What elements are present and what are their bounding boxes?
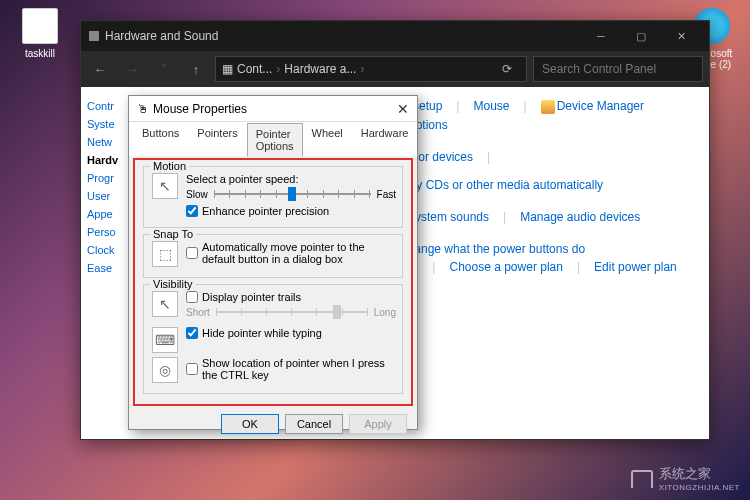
group-motion: Motion ↖ Select a pointer speed: Slow Fa… [143, 166, 403, 228]
sidebar-item-hardware[interactable]: Hardv [85, 151, 125, 169]
dialog-titlebar[interactable]: 🖱Mouse Properties ✕ [129, 96, 417, 122]
pointer-trails-icon: ↖ [152, 291, 178, 317]
dialog-buttons: OK Cancel Apply [129, 408, 417, 440]
ok-button[interactable]: OK [221, 414, 279, 434]
watermark: 系统之家 XITONGZHIJIA.NET [631, 465, 740, 492]
mouse-properties-dialog: 🖱Mouse Properties ✕ Buttons Pointers Poi… [128, 95, 418, 430]
tab-pointer-options[interactable]: Pointer Options [247, 123, 303, 157]
tab-pointers[interactable]: Pointers [188, 122, 246, 156]
ctrl-locate-checkbox[interactable]: Show location of pointer when I press th… [186, 357, 396, 381]
slow-label: Slow [186, 189, 208, 200]
forward-button[interactable]: → [119, 56, 145, 82]
tab-buttons[interactable]: Buttons [133, 122, 188, 156]
link-audio-devices[interactable]: Manage audio devices [520, 210, 640, 224]
sidebar-item[interactable]: Ease [85, 259, 125, 277]
mouse-icon: 🖱 [137, 102, 149, 116]
watermark-url: XITONGZHIJIA.NET [659, 483, 740, 492]
breadcrumb[interactable]: Hardware a... [284, 62, 356, 76]
app-icon [89, 31, 99, 41]
titlebar[interactable]: Hardware and Sound ─ ▢ ✕ [81, 21, 709, 51]
sidebar-item[interactable]: Clock [85, 241, 125, 259]
pointer-speed-label: Select a pointer speed: [186, 173, 396, 185]
sidebar-item[interactable]: User [85, 187, 125, 205]
tab-strip: Buttons Pointers Pointer Options Wheel H… [129, 122, 417, 156]
chevron-right-icon: › [276, 62, 280, 76]
window-title: Hardware and Sound [105, 29, 218, 43]
enhance-precision-checkbox[interactable]: Enhance pointer precision [186, 205, 396, 217]
sidebar: Contr Syste Netw Hardv Progr User Appe P… [81, 87, 129, 439]
address-bar[interactable]: ▦ Cont... › Hardware a... › ⟳ [215, 56, 527, 82]
refresh-button[interactable]: ⟳ [494, 62, 520, 76]
short-label: Short [186, 307, 210, 318]
pointer-speed-icon: ↖ [152, 173, 178, 199]
tab-wheel[interactable]: Wheel [303, 122, 352, 156]
desktop-icon-label: taskkill [10, 48, 70, 59]
link-device-manager[interactable]: Device Manager [557, 99, 644, 113]
dialog-title: Mouse Properties [153, 102, 247, 116]
link-power-buttons[interactable]: Change what the power buttons do [399, 242, 699, 256]
watermark-logo-icon [631, 470, 653, 488]
tab-hardware[interactable]: Hardware [352, 122, 418, 156]
device-manager-icon [541, 100, 555, 114]
group-title: Visibility [150, 278, 196, 290]
up-button[interactable]: ↑ [183, 56, 209, 82]
group-snap-to: Snap To ⬚ Automatically move pointer to … [143, 234, 403, 278]
sidebar-item[interactable]: Appe [85, 205, 125, 223]
sidebar-item[interactable]: Netw [85, 133, 125, 151]
recent-button[interactable]: ˅ [151, 56, 177, 82]
pointer-trails-checkbox[interactable]: Display pointer trails [186, 291, 396, 303]
cancel-button[interactable]: Cancel [285, 414, 343, 434]
fast-label: Fast [377, 189, 396, 200]
snap-to-icon: ⬚ [152, 241, 178, 267]
link-mouse[interactable]: Mouse [473, 99, 509, 114]
group-title: Snap To [150, 228, 196, 240]
ctrl-locate-icon: ◎ [152, 357, 178, 383]
group-visibility: Visibility ↖ Display pointer trails Shor… [143, 284, 403, 394]
hide-typing-icon: ⌨ [152, 327, 178, 353]
long-label: Long [374, 307, 396, 318]
pointer-speed-slider[interactable] [214, 187, 371, 201]
search-input[interactable] [533, 56, 703, 82]
hide-typing-checkbox[interactable]: Hide pointer while typing [186, 327, 396, 339]
sidebar-item[interactable]: Progr [85, 169, 125, 187]
close-button[interactable]: ✕ [661, 21, 701, 51]
link-play-cds[interactable]: Play CDs or other media automatically [399, 178, 603, 192]
app-icon: ▦ [222, 62, 233, 76]
close-button[interactable]: ✕ [397, 101, 409, 117]
sidebar-item[interactable]: Perso [85, 223, 125, 241]
trail-length-slider [216, 305, 368, 319]
watermark-text: 系统之家 [659, 465, 740, 483]
group-title: Motion [150, 160, 189, 172]
desktop-icon-taskkill[interactable]: taskkill [10, 8, 70, 59]
link-edit-plan[interactable]: Edit power plan [594, 260, 677, 274]
sidebar-item[interactable]: Syste [85, 115, 125, 133]
chevron-right-icon: › [360, 62, 364, 76]
sidebar-item[interactable]: Contr [85, 97, 125, 115]
minimize-button[interactable]: ─ [581, 21, 621, 51]
link-choose-plan[interactable]: Choose a power plan [449, 260, 562, 274]
snap-to-checkbox[interactable]: Automatically move pointer to the defaul… [186, 241, 396, 265]
apply-button[interactable]: Apply [349, 414, 407, 434]
tab-panel: Motion ↖ Select a pointer speed: Slow Fa… [133, 158, 413, 406]
back-button[interactable]: ← [87, 56, 113, 82]
file-icon [22, 8, 58, 44]
breadcrumb[interactable]: Cont... [237, 62, 272, 76]
nav-toolbar: ← → ˅ ↑ ▦ Cont... › Hardware a... › ⟳ [81, 51, 709, 87]
maximize-button[interactable]: ▢ [621, 21, 661, 51]
